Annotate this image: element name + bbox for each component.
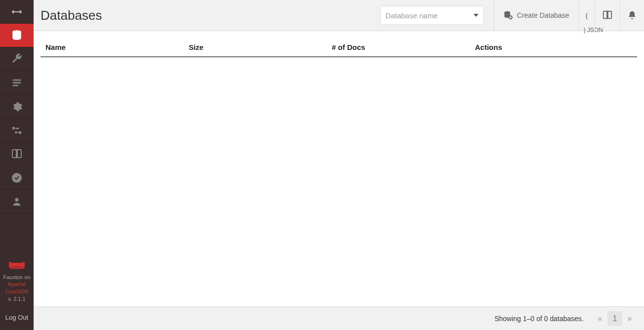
database-icon [10,29,23,42]
svg-rect-14 [10,267,23,269]
sidebar: Fauxton on Apache CouchDB v. 2.1.1 Log O… [0,0,34,330]
svg-point-9 [12,173,22,183]
wrench-icon [11,53,23,65]
check-circle-icon [11,172,23,184]
logout-link[interactable]: Log Out [0,307,34,330]
sidebar-brand: Fauxton on Apache CouchDB v. 2.1.1 [0,256,34,307]
pager-prev[interactable]: « [593,311,607,326]
sidebar-item-verify[interactable] [0,166,34,190]
content: Name Size # of Docs Actions [34,31,644,306]
pager-page[interactable]: 1 [607,311,622,326]
footer-status: Showing 1–0 of 0 databases. [494,315,584,323]
col-size: Size [184,38,327,57]
svg-point-10 [15,198,18,201]
create-database-button[interactable]: Create Database [494,0,578,31]
database-search-placeholder: Database name [386,11,438,20]
database-add-icon [503,10,513,20]
col-docs: # of Docs [327,38,470,57]
topbar: Databases Database name Create Database … [34,0,644,31]
gear-icon [11,101,23,113]
svg-rect-5 [12,127,15,129]
svg-rect-4 [13,84,18,86]
brand-line1: Fauxton on [3,274,30,280]
page-title: Databases [41,8,102,23]
pager: « 1 » [593,311,637,326]
sidebar-item-users[interactable] [0,190,34,213]
col-name: Name [41,38,184,57]
notifications-button[interactable] [620,0,644,31]
main: Databases Database name Create Database … [34,0,644,330]
tasks-icon [11,78,22,88]
sidebar-item-docs[interactable] [0,142,34,166]
brand-link-apache[interactable]: Apache [1,281,33,288]
svg-rect-11 [10,263,23,267]
pager-next[interactable]: » [622,311,637,326]
create-database-label: Create Database [517,11,569,19]
docs-button[interactable] [595,0,620,31]
json-brace-top: { [586,12,588,19]
svg-rect-6 [19,131,21,134]
svg-rect-12 [9,262,11,268]
database-search[interactable]: Database name [380,6,484,25]
svg-rect-2 [13,79,21,81]
footer: Showing 1–0 of 0 databases. « 1 » [34,306,644,330]
couch-icon [1,259,33,272]
chevron-down-icon [473,14,478,17]
databases-table: Name Size # of Docs Actions [41,38,637,57]
sidebar-item-tasks[interactable] [0,71,34,95]
json-button[interactable]: { } JSON [578,0,595,31]
expand-icon [11,6,23,18]
brand-link-couchdb[interactable]: CouchDB [1,288,33,295]
sidebar-item-expand[interactable] [0,0,34,24]
sidebar-spacer [0,213,34,256]
sidebar-item-replication[interactable] [0,119,34,142]
svg-rect-13 [22,262,25,268]
sidebar-item-databases[interactable] [0,24,34,47]
sidebar-item-config[interactable] [0,95,34,119]
brand-version: v. 2.1.1 [8,296,25,302]
user-icon [11,196,22,207]
replication-icon [11,125,23,135]
bell-icon [627,10,637,20]
book-icon [602,10,613,21]
book-icon [11,148,23,160]
svg-rect-3 [13,82,21,83]
sidebar-item-setup[interactable] [0,47,34,71]
col-actions: Actions [470,38,637,57]
